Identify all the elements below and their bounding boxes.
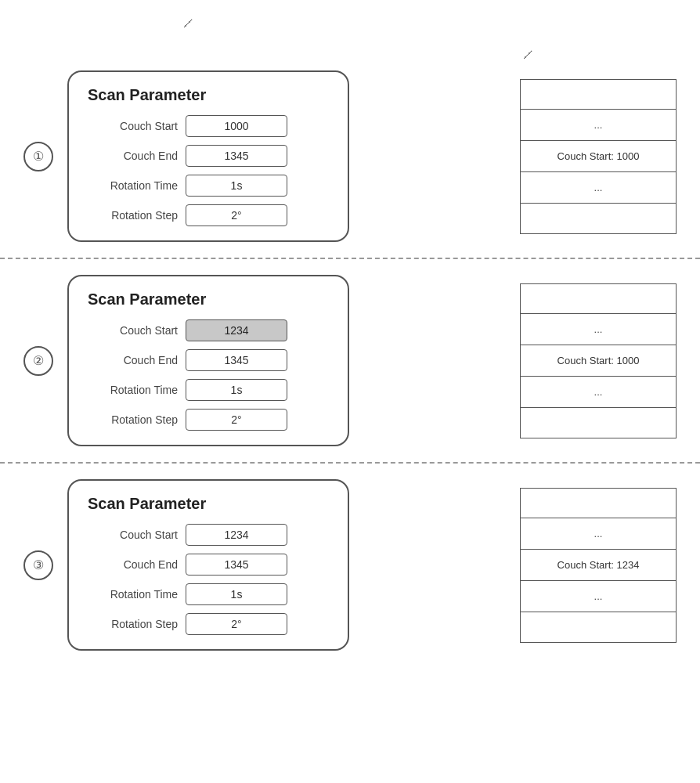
param-input-1-3[interactable]: 2° <box>186 204 287 226</box>
param-label-2-0: Couch Start <box>88 324 178 337</box>
param-row-1-2: Rotation Time1s <box>88 175 329 197</box>
param-row-3-2: Rotation Time1s <box>88 583 329 605</box>
scan-param-title-1: Scan Parameter <box>88 86 329 104</box>
param-label-2-1: Couch End <box>88 354 178 366</box>
param-row-3-1: Couch End1345 <box>88 554 329 576</box>
table-cell-3-2: Couch Start: 1234 <box>521 550 676 581</box>
circle-num-1: ① <box>23 142 53 171</box>
scan-param-title-2: Scan Parameter <box>88 290 329 309</box>
section-row-1: ①Scan ParameterCouch Start1000Couch End1… <box>0 55 700 259</box>
param-input-3-1[interactable]: 1345 <box>186 554 287 576</box>
table-cell-3-3: ... <box>521 581 676 612</box>
scan-param-box-3: Scan ParameterCouch Start1234Couch End13… <box>67 479 349 651</box>
param-input-3-2[interactable]: 1s <box>186 583 287 605</box>
param-label-1-2: Rotation Time <box>88 179 178 192</box>
param-input-2-0[interactable]: 1234 <box>186 319 287 341</box>
table-cell-2-2: Couch Start: 1000 <box>521 345 676 377</box>
table-cell-3-4 <box>521 612 676 642</box>
param-row-2-1: Couch End1345 <box>88 349 329 371</box>
section-row-2: ②Scan ParameterCouch Start1234Couch End1… <box>0 259 700 464</box>
table-cell-3-1: ... <box>521 518 676 550</box>
param-row-2-2: Rotation Time1s <box>88 379 329 401</box>
param-row-3-0: Couch Start1234 <box>88 524 329 546</box>
param-row-1-3: Rotation Step2° <box>88 204 329 226</box>
arrow-12: ⟋ <box>520 45 536 63</box>
table-cell-2-4 <box>521 408 676 438</box>
param-label-1-1: Couch End <box>88 150 178 162</box>
circle-num-3: ③ <box>23 550 53 580</box>
param-label-2-3: Rotation Step <box>88 413 178 426</box>
circle-num-2: ② <box>23 346 53 376</box>
table-cell-2-3: ... <box>521 377 676 408</box>
data-table-1: ...Couch Start: 1000... <box>520 79 677 234</box>
arrow-11: ⟋ <box>180 14 196 32</box>
table-cell-1-2: Couch Start: 1000 <box>521 141 676 172</box>
param-input-1-1[interactable]: 1345 <box>186 145 287 167</box>
data-table-2: ...Couch Start: 1000... <box>520 283 677 438</box>
scan-param-title-3: Scan Parameter <box>88 495 329 513</box>
table-cell-1-1: ... <box>521 110 676 141</box>
sections-container: ①Scan ParameterCouch Start1000Couch End1… <box>0 55 700 666</box>
param-input-2-2[interactable]: 1s <box>186 379 287 401</box>
param-label-2-2: Rotation Time <box>88 384 178 396</box>
param-row-2-0: Couch Start1234 <box>88 319 329 341</box>
param-input-1-2[interactable]: 1s <box>186 175 287 197</box>
table-cell-2-1: ... <box>521 314 676 345</box>
data-table-3: ...Couch Start: 1234... <box>520 488 677 643</box>
param-label-1-0: Couch Start <box>88 120 178 132</box>
param-label-3-0: Couch Start <box>88 529 178 541</box>
param-label-3-2: Rotation Time <box>88 588 178 601</box>
param-label-1-3: Rotation Step <box>88 209 178 222</box>
param-label-3-1: Couch End <box>88 558 178 571</box>
param-input-1-0[interactable]: 1000 <box>186 115 287 137</box>
param-input-3-3[interactable]: 2° <box>186 613 287 635</box>
table-cell-1-0 <box>521 80 676 110</box>
scan-param-box-2: Scan ParameterCouch Start1234Couch End13… <box>67 275 349 446</box>
param-row-1-0: Couch Start1000 <box>88 115 329 137</box>
scan-param-box-1: Scan ParameterCouch Start1000Couch End13… <box>67 70 349 242</box>
param-row-2-3: Rotation Step2° <box>88 409 329 431</box>
param-row-3-3: Rotation Step2° <box>88 613 329 635</box>
top-labels: ⟋ ⟋ <box>0 0 700 55</box>
param-input-2-1[interactable]: 1345 <box>186 349 287 371</box>
param-input-2-3[interactable]: 2° <box>186 409 287 431</box>
param-label-3-3: Rotation Step <box>88 618 178 630</box>
param-input-3-0[interactable]: 1234 <box>186 524 287 546</box>
table-cell-1-4 <box>521 204 676 233</box>
section-row-3: ③Scan ParameterCouch Start1234Couch End1… <box>0 464 700 666</box>
table-cell-2-0 <box>521 284 676 314</box>
param-row-1-1: Couch End1345 <box>88 145 329 167</box>
table-cell-1-3: ... <box>521 172 676 204</box>
table-cell-3-0 <box>521 489 676 518</box>
